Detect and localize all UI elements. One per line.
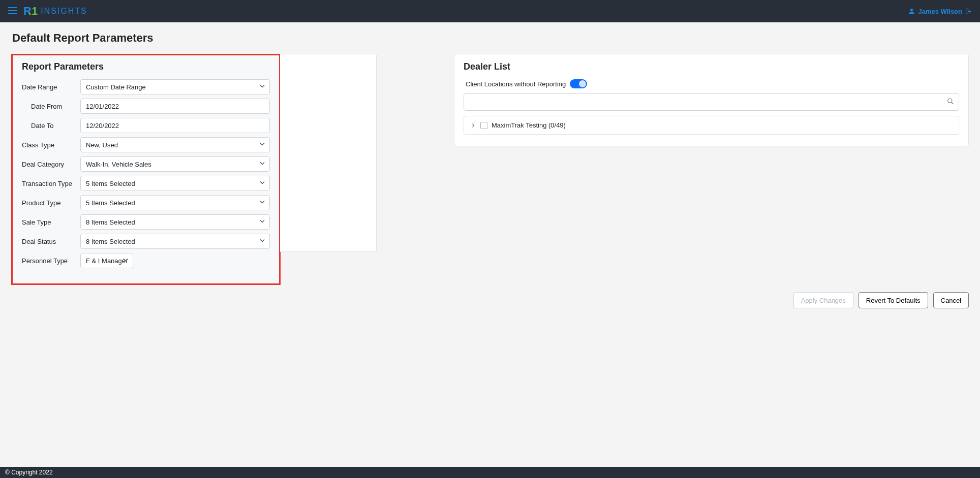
- top-nav: R1 INSIGHTS James Wilson: [0, 0, 980, 22]
- toggle-label: Client Locations without Reporting: [466, 80, 566, 88]
- chevron-down-icon: [259, 180, 265, 187]
- select-deal-status[interactable]: 8 Items Selected: [80, 234, 270, 249]
- select-deal-category[interactable]: Walk-In, Vehicle Sales: [80, 156, 270, 172]
- input-date-from-value: 12/01/2022: [86, 103, 119, 110]
- input-date-to-value: 12/20/2022: [86, 122, 119, 130]
- content-area: Default Report Parameters Report Paramet…: [0, 22, 980, 467]
- copyright-text: © Copyright 2022: [5, 469, 53, 476]
- svg-point-0: [948, 99, 952, 103]
- chevron-down-icon: [259, 218, 265, 226]
- user-name-label: James Wilson: [918, 8, 962, 15]
- label-product-type: Product Type: [22, 199, 80, 207]
- select-personnel-type[interactable]: F & I Manager: [80, 253, 133, 268]
- logo-mark: R1: [23, 6, 38, 17]
- chevron-right-icon[interactable]: [470, 123, 476, 128]
- revert-defaults-button[interactable]: Revert To Defaults: [859, 292, 928, 308]
- cancel-button[interactable]: Cancel: [933, 292, 969, 308]
- dealer-list-title: Dealer List: [464, 61, 959, 72]
- action-button-row: Apply Changes Revert To Defaults Cancel: [11, 292, 969, 308]
- chevron-down-icon: [259, 83, 265, 91]
- report-parameters-highlight: Report Parameters Date Range Custom Date…: [11, 54, 281, 285]
- chevron-down-icon: [259, 199, 265, 207]
- chevron-down-icon: [259, 141, 265, 149]
- select-date-range[interactable]: Custom Date Range: [80, 79, 270, 94]
- select-sale-type[interactable]: 8 Items Selected: [80, 214, 270, 230]
- user-menu[interactable]: James Wilson: [908, 8, 972, 15]
- blank-panel: [280, 54, 377, 252]
- left-panel-group: Report Parameters Date Range Custom Date…: [11, 54, 377, 285]
- hamburger-icon[interactable]: [8, 6, 17, 17]
- select-sale-type-value: 8 Items Selected: [86, 218, 135, 226]
- dealer-tree: MaximTrak Testing (0/49): [464, 116, 959, 135]
- label-date-from: Date From: [22, 103, 80, 110]
- logo[interactable]: R1 INSIGHTS: [23, 6, 87, 17]
- page-title: Default Report Parameters: [12, 31, 969, 45]
- label-date-range: Date Range: [22, 83, 80, 91]
- report-params-title: Report Parameters: [22, 61, 270, 72]
- label-transaction-type: Transaction Type: [22, 180, 80, 187]
- select-class-type[interactable]: New, Used: [80, 137, 270, 152]
- tree-item-label[interactable]: MaximTrak Testing (0/49): [492, 121, 566, 129]
- select-personnel-type-value: F & I Manager: [86, 257, 128, 265]
- select-deal-status-value: 8 Items Selected: [86, 238, 135, 245]
- select-product-type-value: 5 Items Selected: [86, 199, 135, 207]
- user-icon: [908, 8, 915, 15]
- dealer-list-panel: Dealer List Client Locations without Rep…: [454, 54, 969, 146]
- select-class-type-value: New, Used: [86, 141, 118, 149]
- label-deal-status: Deal Status: [22, 238, 80, 245]
- toggle-client-locations[interactable]: [570, 79, 587, 88]
- logo-text: INSIGHTS: [41, 7, 87, 16]
- label-deal-category: Deal Category: [22, 161, 80, 168]
- tree-checkbox[interactable]: [480, 122, 487, 129]
- label-sale-type: Sale Type: [22, 218, 80, 226]
- apply-changes-button: Apply Changes: [793, 292, 853, 308]
- select-product-type[interactable]: 5 Items Selected: [80, 195, 270, 210]
- label-class-type: Class Type: [22, 141, 80, 149]
- dealer-search-input[interactable]: [464, 93, 959, 111]
- label-personnel-type: Personnel Type: [22, 257, 80, 265]
- footer-bar: © Copyright 2022: [0, 467, 980, 478]
- select-transaction-type[interactable]: 5 Items Selected: [80, 176, 270, 191]
- chevron-down-icon: [259, 238, 265, 245]
- chevron-down-icon: [259, 161, 265, 168]
- label-date-to: Date To: [22, 122, 80, 130]
- logout-icon[interactable]: [965, 8, 972, 15]
- input-date-to[interactable]: 12/20/2022: [80, 118, 270, 133]
- search-icon: [947, 98, 954, 107]
- tree-row: MaximTrak Testing (0/49): [470, 121, 953, 129]
- select-transaction-type-value: 5 Items Selected: [86, 180, 135, 187]
- select-date-range-value: Custom Date Range: [86, 83, 146, 91]
- select-deal-category-value: Walk-In, Vehicle Sales: [86, 161, 151, 168]
- input-date-from[interactable]: 12/01/2022: [80, 99, 270, 114]
